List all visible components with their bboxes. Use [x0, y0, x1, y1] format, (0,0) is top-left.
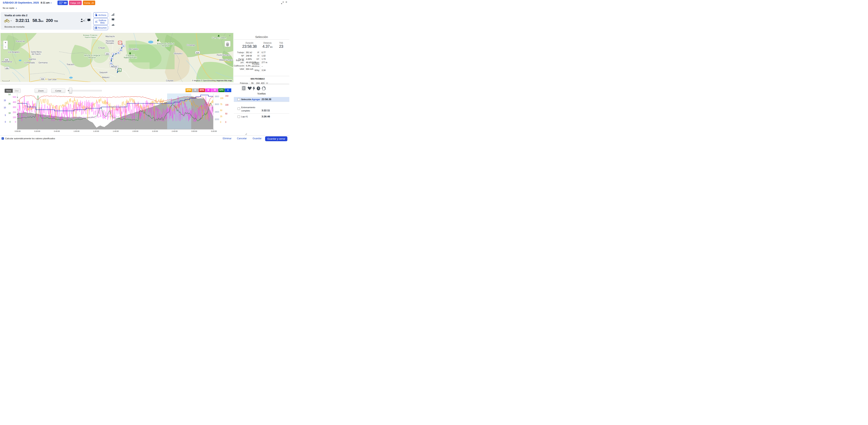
map-place-label: Cosanga — [187, 44, 195, 46]
svg-text:E25: E25 — [5, 67, 8, 69]
form-badge[interactable]: Forma-20 — [83, 1, 95, 5]
repeat-select[interactable]: No se repite ▼ — [3, 7, 17, 9]
map-zoom-in-button[interactable]: + — [3, 41, 8, 45]
fitness-badge[interactable]: Aptitudfísica 89 — [58, 1, 68, 5]
laps-table-tab[interactable] — [241, 86, 246, 91]
cadence-axis-tick: 100 — [220, 97, 223, 99]
archivos-button[interactable]: Archivos — [93, 12, 108, 18]
selection-panel: Selección Duración23:58.38Distancia4.37 … — [234, 33, 289, 84]
zoom-slider-handle[interactable] — [69, 88, 72, 93]
x-axis-tick: 3:20:00 — [211, 130, 217, 132]
cancelar-button[interactable]: Cancelar — [237, 137, 247, 140]
resumen-button[interactable]: Resumen — [93, 25, 108, 30]
time-select[interactable]: 8:11 am ▼ — [41, 1, 52, 4]
heart-tab-icon[interactable] — [248, 86, 252, 90]
map-close-icon[interactable]: × — [229, 34, 231, 37]
map-layers-button[interactable] — [225, 41, 230, 47]
time-tab-icon[interactable] — [256, 86, 260, 91]
stat-row: W/kg3.34 — [234, 69, 289, 71]
graficas-beta-button[interactable]: GráficasBeta — [93, 18, 108, 25]
svg-text:42: 42 — [117, 52, 119, 54]
x-axis-mode-toggle: Hora Dist — [4, 89, 21, 93]
svg-text:F: F — [119, 42, 121, 44]
mode-hora-button[interactable]: Hora — [5, 89, 13, 93]
close-icon[interactable]: × — [285, 0, 287, 4]
comment-icon[interactable] — [112, 19, 114, 21]
route-map[interactable]: 61218243036424854SF E25E25E30E35E20 Mach… — [0, 33, 234, 83]
map-place-label: San José — [48, 78, 57, 81]
workout-title[interactable]: Vuelta al coto día 2 — [4, 14, 27, 17]
cadence-axis-tick: 0 — [220, 121, 221, 123]
channel-toggles: RPMMBPMWWKPHC — [186, 88, 231, 92]
map-place-label: Bosque ProtectorToachi Pilatón — [83, 34, 97, 38]
map-place-label: Cotundo — [166, 80, 174, 82]
stat-row: IF0.77 — [234, 51, 289, 54]
agregar-link[interactable]: Agregar — [252, 98, 260, 100]
channel-toggle-m[interactable]: M — [192, 88, 198, 92]
fatigue-badge[interactable]: Fatiga120 — [69, 1, 82, 5]
power-axis-tick: 400 — [13, 101, 16, 103]
lap-row-full-workout[interactable]: Entrenamiento completo 3:22:11 — [234, 106, 289, 113]
lap-checkbox[interactable] — [238, 108, 240, 110]
channel-toggle-kph[interactable]: KPH — [218, 88, 225, 92]
athlete-count: x1 — [83, 20, 85, 22]
workout-chart[interactable]: ↓151050543618050040030020010003800360034… — [0, 93, 234, 135]
date-label[interactable]: SÁBADO 20 Septiembre, 2025 — [3, 1, 39, 4]
power-axis-tick: 300 — [13, 106, 16, 108]
channel-toggle-w[interactable]: W — [205, 88, 212, 92]
eliminar-button[interactable]: Eliminar — [223, 137, 231, 140]
svg-text:36: 36 — [113, 53, 115, 55]
stat-row: EF1.73 — [234, 58, 289, 60]
cortar-button[interactable]: Cortar — [51, 89, 65, 93]
guardar-cerrar-button[interactable]: Guardar y cerrar — [265, 136, 287, 141]
speed-axis-tick: 18 — [8, 112, 11, 114]
channel-toggle-w[interactable]: W — [212, 88, 218, 92]
guardar-button[interactable]: Guardar — [253, 137, 261, 140]
map-place-label: Chaupi — [98, 47, 105, 49]
x-axis-tick: 2:40:00 — [172, 130, 178, 132]
temp-axis-tick: 10 — [4, 107, 6, 109]
map-place-label: Sigchos — [29, 58, 36, 60]
map-place-label: Aláquez — [102, 76, 110, 79]
lap-checkbox[interactable] — [238, 98, 240, 101]
map-place-label: Mulaló — [112, 65, 118, 68]
lap-row-lap1[interactable]: Lap #1 3:26:46 — [234, 114, 289, 119]
map-place-label: La Planada — [24, 61, 35, 64]
stat-row: VI1.02 — [234, 54, 289, 57]
zoom-slider-track[interactable] — [68, 90, 102, 91]
channel-toggle-rpm[interactable]: RPM — [186, 88, 192, 92]
chevron-down-icon[interactable]: ▼ — [10, 20, 12, 22]
chevron-down-icon: ▼ — [16, 7, 17, 9]
svg-text:48: 48 — [120, 49, 122, 51]
map-attribution: © Mapbox © OpenStreetMap Improve this ma… — [191, 80, 232, 82]
bar-chart-icon[interactable] — [112, 13, 114, 16]
zoom-button[interactable]: Zoom — [35, 89, 47, 93]
expand-icon[interactable] — [281, 2, 284, 4]
svg-text:S: S — [119, 69, 120, 71]
auto-calc-checkbox[interactable]: ✓ — [2, 137, 4, 140]
map-place-label: Machachi — [105, 35, 115, 37]
minmax-value: 423 — [259, 82, 267, 84]
map-place-label: Hollandesa — [2, 60, 12, 63]
x-axis-tick: 2:20:00 — [152, 130, 158, 132]
lap-row-selection[interactable]: Selección Agregar 23:58.38 — [234, 97, 289, 102]
hr-drop-annotation: ↓ — [18, 108, 19, 111]
map-place-label: Germania — [38, 61, 48, 64]
summary-label: TSS — [269, 42, 289, 44]
channel-toggle-c[interactable]: C — [225, 88, 231, 92]
resize-handle[interactable] — [245, 133, 247, 135]
mountain-image-icon[interactable] — [112, 24, 115, 26]
layers-icon — [225, 41, 230, 47]
power-tab-icon[interactable] — [252, 86, 255, 91]
mode-dist-button[interactable]: Dist — [13, 89, 21, 93]
comment-icon[interactable] — [87, 19, 91, 22]
files-icon — [95, 14, 98, 16]
channel-toggle-bpm[interactable]: BPM — [198, 88, 205, 92]
improve-map-link[interactable]: Improve this map — [216, 80, 232, 82]
lap-checkbox[interactable] — [238, 115, 240, 118]
map-place-label: HaciendaPansaleo — [106, 40, 114, 44]
cadence-tab-icon[interactable] — [261, 86, 266, 91]
workout-summary-card: Vuelta al coto día 2 ▼ 3:22:11 58.3km 20… — [1, 12, 92, 30]
bike-icon[interactable] — [4, 19, 10, 23]
map-zoom-out-button[interactable]: − — [3, 45, 8, 49]
